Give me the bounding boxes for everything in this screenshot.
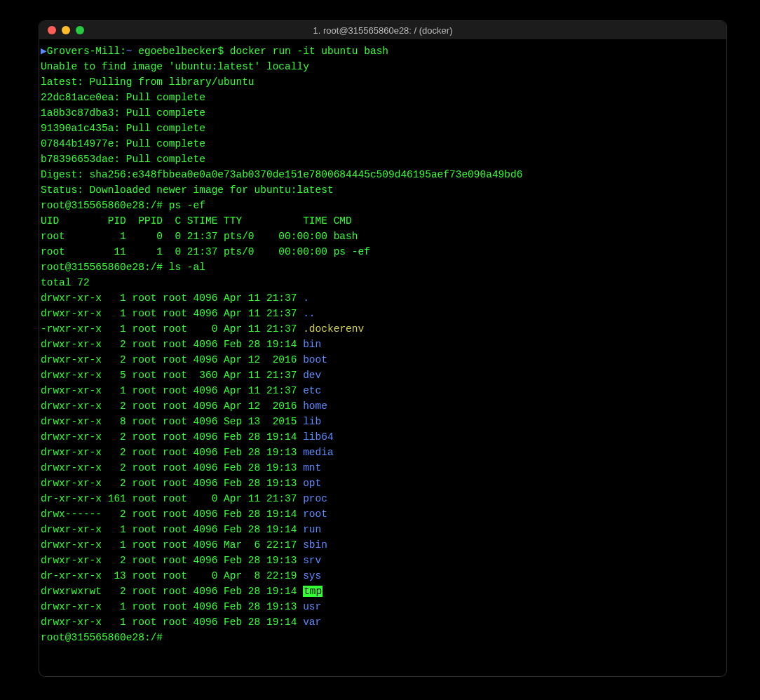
container-prompt: root@315565860e28:/# — [41, 262, 169, 273]
ls-meta: drwxr-xr-x 2 root root 4096 Feb 28 19:13 — [41, 555, 303, 566]
pull-output: 91390a1c435a: Pull complete — [41, 123, 205, 134]
ls-entry-line: drwxr-xr-x 1 root root 4096 Apr 11 21:37… — [41, 306, 726, 321]
ls-entry-line: drwxr-xr-x 2 root root 4096 Feb 28 19:13… — [41, 476, 726, 491]
terminal-window: 1. root@315565860e28: / (docker) ▶Grover… — [39, 21, 726, 676]
ls-name: . — [303, 292, 309, 304]
ls-name: bin — [303, 339, 321, 350]
prompt-arrow-icon: ▶ — [41, 46, 47, 57]
container-prompt-line: root@315565860e28:/# ls -al — [41, 260, 726, 275]
ls-meta: drwxr-xr-x 2 root root 4096 Feb 28 19:14 — [41, 431, 303, 443]
ls-meta: drwxr-xr-x 2 root root 4096 Feb 28 19:13 — [41, 462, 303, 473]
ls-name: srv — [303, 555, 321, 566]
ls-entry-line: drwxr-xr-x 2 root root 4096 Feb 28 19:13… — [41, 553, 726, 568]
host-prompt-line: ▶Grovers-Mill:~ egoebelbecker$ docker ru… — [41, 43, 726, 59]
ls-command: ls -al — [169, 262, 205, 273]
pull-line: 22dc81ace0ea: Pull complete — [41, 90, 726, 105]
container-prompt-line: root@315565860e28:/# — [41, 630, 726, 645]
docker-run-command: docker run -it ubuntu bash — [230, 46, 388, 57]
ls-name: run — [303, 524, 321, 535]
ls-name: lib — [303, 416, 321, 427]
pull-line: Unable to find image 'ubuntu:latest' loc… — [41, 59, 726, 74]
pull-output: Status: Downloaded newer image for ubunt… — [41, 184, 334, 196]
ls-meta: drwxr-xr-x 1 root root 4096 Feb 28 19:14 — [41, 524, 303, 535]
pull-line: latest: Pulling from library/ubuntu — [41, 74, 726, 90]
ls-entry-line: dr-xr-xr-x 13 root root 0 Apr 8 22:19 sy… — [41, 568, 726, 584]
container-prompt-line: root@315565860e28:/# ps -ef — [41, 198, 726, 213]
pull-output: 22dc81ace0ea: Pull complete — [41, 92, 205, 103]
ls-entry-line: drwxr-xr-x 8 root root 4096 Sep 13 2015 … — [41, 414, 726, 429]
minimize-button[interactable] — [62, 26, 70, 34]
ls-meta: drwxr-xr-x 1 root root 4096 Feb 28 19:13 — [41, 601, 303, 612]
ls-meta: dr-xr-xr-x 161 root root 0 Apr 11 21:37 — [41, 493, 303, 504]
pull-line: Status: Downloaded newer image for ubunt… — [41, 182, 726, 198]
user-name: egoebelbecker — [133, 46, 218, 57]
maximize-button[interactable] — [76, 26, 84, 34]
host-name: Grovers-Mill: — [47, 46, 126, 57]
container-prompt: root@315565860e28:/# — [41, 632, 169, 643]
ls-meta: dr-xr-xr-x 13 root root 0 Apr 8 22:19 — [41, 570, 303, 581]
ls-meta: drwxr-xr-x 2 root root 4096 Feb 28 19:14 — [41, 339, 303, 350]
titlebar: 1. root@315565860e28: / (docker) — [39, 21, 726, 39]
ls-name: sbin — [303, 539, 327, 551]
ps-command: ps -ef — [169, 200, 205, 211]
ls-name: proc — [303, 493, 327, 504]
ls-entry-line: drwxr-xr-x 1 root root 4096 Mar 6 22:17 … — [41, 537, 726, 553]
ls-entry-line: drwxr-xr-x 1 root root 4096 Feb 28 19:13… — [41, 599, 726, 614]
ls-meta: drwxr-xr-x 1 root root 4096 Apr 11 21:37 — [41, 308, 303, 319]
pull-line: 91390a1c435a: Pull complete — [41, 121, 726, 136]
ps-header: UID PID PPID C STIME TTY TIME CMD — [41, 215, 352, 227]
ls-name: dev — [303, 370, 321, 381]
cwd: ~ — [126, 46, 133, 57]
ls-total-line: total 72 — [41, 275, 726, 290]
ls-entry-line: drwxr-xr-x 2 root root 4096 Apr 12 2016 … — [41, 352, 726, 368]
ps-row: root 1 0 0 21:37 pts/0 00:00:00 bash — [41, 231, 358, 242]
ls-entry-line: drwxr-xr-x 2 root root 4096 Feb 28 19:13… — [41, 445, 726, 460]
pull-output: Digest: sha256:e348fbbea0e0a0e73ab0370de… — [41, 169, 522, 180]
ps-row: root 11 1 0 21:37 pts/0 00:00:00 ps -ef — [41, 246, 370, 257]
ls-meta: drwxrwxrwt 2 root root 4096 Feb 28 19:14 — [41, 586, 303, 597]
ls-meta: drwxr-xr-x 1 root root 4096 Apr 11 21:37 — [41, 385, 303, 396]
ls-meta: drwxr-xr-x 8 root root 4096 Sep 13 2015 — [41, 416, 303, 427]
pull-output: b78396653dae: Pull complete — [41, 154, 205, 165]
ps-row-line: root 1 0 0 21:37 pts/0 00:00:00 bash — [41, 229, 726, 244]
terminal-body[interactable]: ▶Grovers-Mill:~ egoebelbecker$ docker ru… — [39, 39, 726, 645]
ls-entry-line: dr-xr-xr-x 161 root root 0 Apr 11 21:37 … — [41, 491, 726, 506]
ls-name: lib64 — [303, 431, 334, 443]
ls-name: opt — [303, 478, 321, 489]
ls-entry-line: drwxr-xr-x 2 root root 4096 Apr 12 2016 … — [41, 398, 726, 414]
ls-meta: drwxr-xr-x 1 root root 4096 Feb 28 19:14 — [41, 617, 303, 628]
pull-output: latest: Pulling from library/ubuntu — [41, 76, 255, 88]
ps-row-line: root 11 1 0 21:37 pts/0 00:00:00 ps -ef — [41, 244, 726, 260]
traffic-lights — [39, 26, 84, 34]
ls-entry-line: drwxr-xr-x 1 root root 4096 Feb 28 19:14… — [41, 614, 726, 630]
ls-entry-line: drwxr-xr-x 1 root root 4096 Apr 11 21:37… — [41, 383, 726, 398]
ls-meta: drwxr-xr-x 1 root root 4096 Mar 6 22:17 — [41, 539, 303, 551]
close-button[interactable] — [48, 26, 56, 34]
ls-name: home — [303, 401, 327, 412]
window-title: 1. root@315565860e28: / (docker) — [39, 25, 726, 36]
ls-name: sys — [303, 570, 321, 581]
ls-meta: drwxr-xr-x 1 root root 4096 Apr 11 21:37 — [41, 292, 303, 304]
pull-line: Digest: sha256:e348fbbea0e0a0e73ab0370de… — [41, 167, 726, 182]
ls-total: total 72 — [41, 277, 90, 288]
container-prompt: root@315565860e28:/# — [41, 200, 169, 211]
ls-name: media — [303, 447, 334, 458]
ls-name: .dockerenv — [303, 323, 364, 335]
ls-name: root — [303, 509, 327, 520]
ls-name: var — [303, 617, 321, 628]
ls-meta: drwxr-xr-x 2 root root 4096 Apr 12 2016 — [41, 354, 303, 365]
ls-entry-line: -rwxr-xr-x 1 root root 0 Apr 11 21:37 .d… — [41, 321, 726, 337]
ls-name: .. — [303, 308, 315, 319]
prompt-symbol: $ — [217, 46, 229, 57]
ps-header-line: UID PID PPID C STIME TTY TIME CMD — [41, 213, 726, 229]
ls-meta: drwx------ 2 root root 4096 Feb 28 19:14 — [41, 509, 303, 520]
ls-name: etc — [303, 385, 321, 396]
ls-meta: drwxr-xr-x 2 root root 4096 Feb 28 19:13 — [41, 447, 303, 458]
ls-entry-line: drwxr-xr-x 2 root root 4096 Feb 28 19:13… — [41, 460, 726, 476]
ls-entry-line: drwxr-xr-x 2 root root 4096 Feb 28 19:14… — [41, 429, 726, 445]
ls-entry-line: drwxrwxrwt 2 root root 4096 Feb 28 19:14… — [41, 584, 726, 599]
ls-meta: drwxr-xr-x 2 root root 4096 Feb 28 19:13 — [41, 478, 303, 489]
ls-meta: drwxr-xr-x 5 root root 360 Apr 11 21:37 — [41, 370, 303, 381]
ls-name: mnt — [303, 462, 321, 473]
pull-output: 1a8b3c87dba3: Pull complete — [41, 107, 205, 119]
